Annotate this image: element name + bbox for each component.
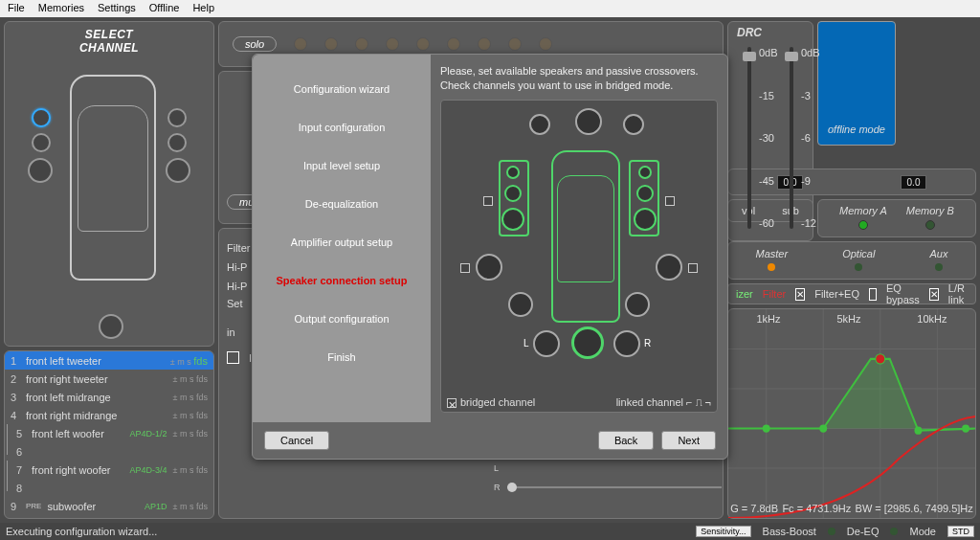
select-channel-title: SELECTCHANNEL [11, 28, 208, 55]
solo-led[interactable] [478, 37, 491, 51]
balance-slider[interactable]: L R [507, 477, 722, 500]
bridge-checkbox[interactable] [460, 263, 470, 273]
channel-row[interactable]: 9PREsubwooferAP1D± m s fds [5, 497, 213, 515]
channel-row[interactable]: 1front left tweeter± m s fds [5, 351, 213, 370]
speaker-icon[interactable] [634, 208, 657, 231]
speaker-icon[interactable] [504, 185, 522, 202]
speaker-icon[interactable] [656, 254, 682, 281]
bridge-checkbox[interactable] [665, 196, 675, 206]
source-panel: Master Optical Aux [727, 241, 976, 280]
wizard-steps: Configuration wizard Input configuration… [253, 55, 431, 422]
speaker-fr-woofer[interactable] [166, 158, 190, 183]
speaker-icon[interactable] [623, 114, 644, 135]
speaker-sub[interactable] [99, 314, 123, 339]
solo-led[interactable] [539, 37, 552, 51]
source-aux[interactable]: Aux [929, 247, 947, 274]
cancel-button[interactable]: Cancel [264, 431, 329, 450]
speaker-icon[interactable] [506, 166, 520, 179]
solo-led[interactable] [416, 37, 430, 51]
eq-bypass-checkbox[interactable] [869, 288, 877, 301]
source-master[interactable]: Master [756, 247, 789, 274]
drc-vol-slider[interactable]: 0dB-15-30-45-60 [747, 47, 751, 229]
solo-led[interactable] [508, 37, 522, 51]
speaker-icon[interactable] [625, 292, 650, 317]
channel-row[interactable]: 7front right wooferAP4D-3/4± m s fds [11, 461, 213, 479]
wizard-step[interactable]: Amplifier output setup [253, 223, 431, 261]
wizard-step-active[interactable]: Speaker connection setup [253, 261, 431, 300]
lr-link-checkbox[interactable] [929, 288, 939, 301]
wizard-step[interactable]: Input configuration [253, 108, 431, 146]
menu-settings[interactable]: Settings [98, 2, 136, 15]
eq-gain-readout: G = 7.8dB [730, 503, 778, 514]
solo-led[interactable] [294, 37, 307, 51]
drc-sub-slider[interactable]: 0dB-3-6-9-12 [790, 47, 793, 229]
wizard-step[interactable]: Output configuration [253, 300, 431, 338]
channel-row[interactable]: 2front right tweeter± m s fds [5, 370, 213, 388]
speaker-icon[interactable] [575, 108, 602, 135]
channel-name: front left tweeter [26, 355, 165, 367]
speaker-fl-mid[interactable] [32, 133, 51, 152]
channel-row[interactable]: 8 [11, 479, 213, 497]
channel-row[interactable]: 6 [11, 442, 213, 461]
channel-row[interactable]: 4front right midrange± m s fds [5, 406, 213, 424]
drc-panel: DRC 0dB-15-30-45-60 0dB-3-6-9-12 [727, 21, 813, 241]
menu-help[interactable]: Help [192, 2, 214, 15]
bridge-checkbox[interactable] [483, 196, 493, 206]
speaker-fl-tweeter[interactable] [32, 108, 51, 127]
speaker-fl-woofer[interactable] [28, 158, 53, 183]
offline-indicator: offline mode [817, 21, 896, 146]
wizard-step[interactable]: Input level setup [253, 146, 431, 185]
next-button[interactable]: Next [661, 431, 716, 450]
speaker-sub-icon[interactable] [571, 326, 604, 359]
mode-std-button[interactable]: STD [947, 526, 974, 537]
svg-point-10 [876, 354, 885, 364]
eq-graph[interactable]: 1kHz5kHz10kHz G = 7.8dB Fc = 4731.9Hz BW… [727, 308, 976, 519]
select-channel-panel: SELECTCHANNEL [4, 21, 214, 347]
wizard-hint: Please, set available speakers and passi… [440, 64, 718, 94]
memory-panel: Memory A Memory B [817, 199, 976, 237]
speaker-fr-tweeter[interactable] [167, 108, 187, 127]
solo-led[interactable] [324, 37, 338, 51]
car-outline-icon [551, 150, 620, 323]
status-bar: Executing configuration wizard... Sensit… [0, 523, 980, 540]
speaker-icon[interactable] [638, 166, 652, 179]
source-optical[interactable]: Optical [842, 247, 875, 274]
memory-a-button[interactable]: Memory A [839, 204, 887, 233]
wizard-step[interactable]: Configuration wizard [253, 70, 431, 108]
solo-button[interactable]: solo [233, 36, 277, 52]
speaker-icon[interactable] [529, 114, 550, 135]
solo-led[interactable] [386, 37, 399, 51]
drc-title: DRC [732, 26, 767, 39]
speaker-icon[interactable] [636, 185, 654, 202]
solo-led[interactable] [355, 37, 368, 51]
solo-led[interactable] [447, 37, 460, 51]
invert-phase-checkbox[interactable] [227, 351, 239, 364]
wizard-step[interactable]: Finish [253, 338, 431, 376]
drc-sub-value: 0.0 [901, 175, 927, 190]
bridge-checkbox[interactable] [688, 263, 698, 273]
menu-offline[interactable]: Offline [149, 2, 180, 15]
filter-eq-checkbox[interactable] [795, 288, 805, 301]
memory-b-button[interactable]: Memory B [906, 204, 954, 233]
channel-row[interactable]: 5front left wooferAP4D-1/2± m s fds [11, 424, 213, 442]
wizard-step[interactable]: De-equalization [253, 185, 431, 223]
speaker-icon[interactable] [501, 208, 524, 231]
menu-memories[interactable]: Memories [38, 2, 84, 15]
car-outline-icon [70, 75, 156, 281]
channel-list: 1front left tweeter± m s fds 2front righ… [4, 350, 214, 519]
sensitivity-button[interactable]: Sensitivity... [696, 526, 750, 537]
menu-bar: File Memories Settings Offline Help [0, 0, 980, 17]
speaker-icon[interactable] [613, 330, 640, 357]
eq-toolbar: izer Filter Filter+EQ EQ bypass L/R link [727, 283, 976, 304]
svg-point-8 [763, 424, 770, 432]
back-button[interactable]: Back [598, 431, 654, 450]
eq-bw-readout: BW = [2985.6, 7499.5]Hz [856, 503, 973, 514]
status-message: Executing configuration wizard... [6, 526, 157, 537]
eq-fc-readout: Fc = 4731.9Hz [782, 503, 851, 514]
speaker-icon[interactable] [508, 292, 533, 317]
channel-row[interactable]: 3front left midrange± m s fds [5, 388, 213, 406]
speaker-fr-mid[interactable] [167, 133, 187, 152]
speaker-icon[interactable] [476, 254, 502, 281]
speaker-icon[interactable] [533, 330, 560, 357]
menu-file[interactable]: File [8, 2, 25, 15]
